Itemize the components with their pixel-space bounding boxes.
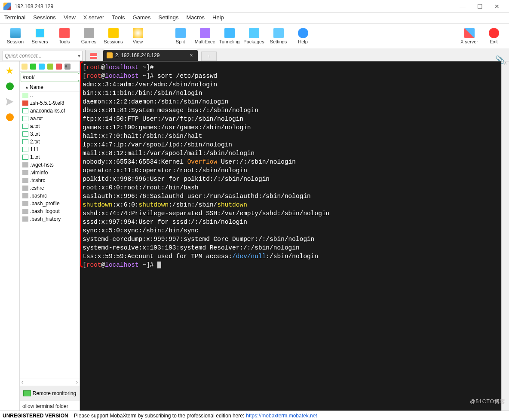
- menu-macros[interactable]: Macros: [186, 14, 205, 21]
- tb-help[interactable]: Help: [291, 28, 315, 44]
- tb-packages[interactable]: Packages: [242, 28, 266, 44]
- follow-terminal-note: ollow terminal folder: [20, 401, 80, 411]
- file-row[interactable]: .bash_logout: [20, 207, 80, 215]
- file-row[interactable]: .bashrc: [20, 192, 80, 200]
- close-button[interactable]: ✕: [488, 0, 506, 12]
- file-icon: [22, 178, 28, 183]
- sftp-path-input[interactable]: [21, 74, 89, 80]
- footer-link[interactable]: https://mobaxterm.mobatek.net: [246, 413, 317, 419]
- file-list: ..zsh-5.5.1-9.el8anaconda-ks.cfaa.txta.t…: [20, 91, 80, 378]
- file-row[interactable]: 111: [20, 146, 80, 153]
- toolbar: Session Servers Tools Games Sessions Vie…: [0, 23, 509, 49]
- menu-xserver[interactable]: X server: [83, 14, 104, 21]
- menubar: Terminal Sessions View X server Tools Ga…: [0, 13, 509, 23]
- globe-icon[interactable]: [6, 82, 14, 90]
- file-name: .wget-hsts: [30, 162, 54, 168]
- file-row[interactable]: anaconda-ks.cf: [20, 107, 80, 115]
- tb-multiexec[interactable]: MultiExec: [193, 28, 217, 44]
- download-icon[interactable]: [30, 64, 36, 70]
- quick-connect-dropdown-icon[interactable]: ▾: [76, 53, 82, 59]
- session-tab-label: 2. 192.168.248.129: [115, 52, 159, 58]
- file-icon: [22, 116, 28, 121]
- tb-settings[interactable]: Settings: [267, 28, 290, 44]
- session-tab[interactable]: 2. 192.168.248.129 ×: [103, 50, 198, 61]
- tab-close-icon[interactable]: ×: [190, 52, 193, 58]
- sftp-header[interactable]: ▴Name: [20, 83, 80, 91]
- remote-monitoring-button[interactable]: Remote monitoring: [20, 386, 80, 401]
- tb-xserver[interactable]: X server: [457, 28, 481, 44]
- quick-connect[interactable]: ▾: [3, 51, 83, 61]
- star-icon[interactable]: [6, 67, 14, 75]
- file-icon: [22, 131, 28, 137]
- file-icon: [22, 108, 28, 113]
- file-row[interactable]: .viminfo: [20, 169, 80, 177]
- red-highlight-box: [80, 61, 83, 268]
- minimize-button[interactable]: —: [454, 0, 471, 12]
- file-row[interactable]: .tcshrc: [20, 177, 80, 184]
- sftp-panel: × ✓ ▴Name ..zsh-5.5.1-9.el8anaconda-ks.c…: [20, 61, 80, 411]
- hscroll[interactable]: ‹›: [20, 378, 80, 386]
- file-name: a.txt: [30, 123, 40, 129]
- file-row[interactable]: 3.txt: [20, 130, 80, 138]
- file-row[interactable]: .wget-hsts: [20, 161, 80, 169]
- menu-games[interactable]: Games: [133, 14, 151, 21]
- menu-terminal[interactable]: Terminal: [4, 14, 25, 21]
- menu-help[interactable]: Help: [212, 14, 224, 21]
- tb-view[interactable]: View: [126, 28, 150, 44]
- menu-sessions[interactable]: Sessions: [33, 14, 56, 21]
- file-row[interactable]: zsh-5.5.1-9.el8: [20, 99, 80, 107]
- file-row[interactable]: .bash_history: [20, 215, 80, 223]
- tb-exit[interactable]: Exit: [482, 28, 506, 44]
- file-name: .cshrc: [30, 185, 44, 191]
- tb-sessions[interactable]: Sessions: [101, 28, 125, 44]
- refresh-icon[interactable]: [47, 64, 53, 70]
- home-tab[interactable]: [85, 50, 102, 61]
- file-row[interactable]: .cshrc: [20, 184, 80, 192]
- newfolder-icon[interactable]: [56, 64, 62, 70]
- file-icon: [22, 124, 28, 129]
- tb-session[interactable]: Session: [3, 28, 27, 44]
- terminal[interactable]: [root@localhost ~]#[root@localhost ~]# s…: [80, 61, 501, 411]
- file-icon: [22, 155, 28, 160]
- quick-connect-input[interactable]: [3, 53, 76, 59]
- menu-settings[interactable]: Settings: [159, 14, 179, 21]
- orange-dot-icon[interactable]: [6, 113, 14, 121]
- left-side-strip: [0, 61, 20, 411]
- file-icon: [22, 186, 28, 191]
- sftp-path[interactable]: ✓: [21, 73, 79, 82]
- tb-tools[interactable]: Tools: [52, 28, 76, 44]
- delete-icon[interactable]: ×: [64, 64, 71, 70]
- tb-servers[interactable]: Servers: [28, 28, 52, 44]
- unregistered-label: UNREGISTERED VERSION: [3, 413, 68, 419]
- home-icon: [90, 53, 97, 59]
- terminal-scrollbar[interactable]: ^: [501, 61, 509, 411]
- send-icon[interactable]: [6, 98, 14, 106]
- file-row[interactable]: a.txt: [20, 122, 80, 130]
- file-row[interactable]: .bash_profile: [20, 200, 80, 207]
- file-row[interactable]: aa.txt: [20, 115, 80, 122]
- file-icon: [22, 216, 28, 222]
- file-row[interactable]: 2.txt: [20, 138, 80, 146]
- tb-tunneling[interactable]: Tunneling: [218, 28, 241, 44]
- upload-icon[interactable]: [39, 64, 45, 70]
- folder-icon[interactable]: [21, 64, 28, 70]
- tb-games[interactable]: Games: [77, 28, 101, 44]
- file-row[interactable]: 1.txt: [20, 153, 80, 161]
- tabbar: ▾ 2. 192.168.248.129 × + 📎: [0, 49, 509, 61]
- maximize-button[interactable]: ☐: [471, 0, 488, 12]
- tb-split[interactable]: Split: [169, 28, 192, 44]
- file-icon: [22, 147, 28, 152]
- file-name: .bash_history: [30, 216, 61, 222]
- file-icon: [22, 209, 28, 214]
- file-name: .bashrc: [30, 193, 47, 199]
- footer-msg: - Please support MobaXterm by subscribin…: [71, 413, 245, 419]
- file-icon: [22, 201, 28, 206]
- menu-tools[interactable]: Tools: [112, 14, 125, 21]
- menu-view[interactable]: View: [64, 14, 76, 21]
- file-icon: [22, 100, 28, 106]
- new-tab-button[interactable]: +: [201, 52, 217, 61]
- file-name: 1.txt: [30, 154, 40, 160]
- file-row[interactable]: ..: [20, 91, 80, 99]
- file-name: anaconda-ks.cf: [30, 108, 65, 114]
- file-name: zsh-5.5.1-9.el8: [30, 100, 64, 106]
